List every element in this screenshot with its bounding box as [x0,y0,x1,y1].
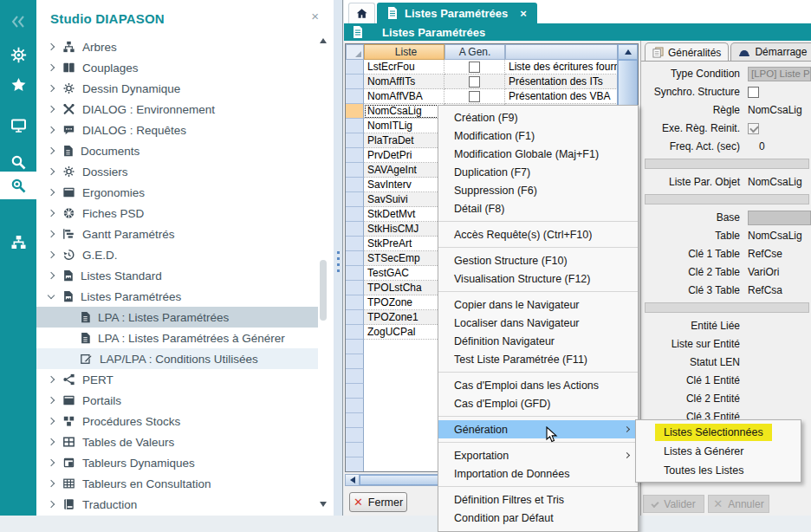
rail-collapse-button[interactable] [0,9,36,35]
table-row-nomaffvba[interactable]: NomAffVBA Présentation des VBA [346,89,617,104]
table-row-nomaffits[interactable]: NomAffITs Présentation des ITs [346,75,617,89]
tree-scrollbar-thumb[interactable] [320,260,327,321]
dropdown-disabled[interactable]: [LPO] Liste Pa [748,67,811,81]
menu-item-g-n-ration[interactable]: Génération [438,420,638,438]
cell-liste[interactable]: NomITLig [364,119,444,133]
tree-item-tableurs-dynamiques[interactable]: Tableurs Dynamiques [36,452,318,473]
menu-item-suppression-f6[interactable]: Suppression (F6) [438,181,638,199]
column-header-agen[interactable]: A Gen. [444,44,505,60]
column-header-designation[interactable]: Désignation [505,44,617,60]
cell-liste[interactable]: SAVAgeInt [364,163,444,178]
rail-org-button[interactable] [0,230,36,256]
row-selector[interactable] [346,60,364,75]
row-selector[interactable] [346,148,364,163]
tree-item-lap-lpa-conditions-utilis-es[interactable]: LAP/LPA : Conditions Utilisées [36,348,318,369]
menu-item-copier-dans-le-navigateur[interactable]: Copier dans le Navigateur [438,295,638,314]
scroll-up-button[interactable] [618,44,638,60]
tree-scrollbar[interactable] [318,35,328,507]
chevron-right-icon[interactable] [48,438,55,445]
chevron-right-icon[interactable] [48,189,55,196]
chevron-right-icon[interactable] [48,480,55,487]
row-selector[interactable] [346,207,364,222]
cell-liste[interactable]: TestGAC [364,266,444,281]
tree-item-ergonomies[interactable]: Ergonomies [36,182,318,203]
cell-designation[interactable]: Présentation des VBA [505,89,617,104]
cell-liste[interactable]: PrvDetPri [364,148,444,163]
chevron-right-icon[interactable] [48,64,55,71]
tab-home[interactable] [348,3,375,23]
cell-liste[interactable]: NomCsaLig [364,104,444,119]
row-selector[interactable] [346,178,364,192]
row-selector[interactable] [346,237,364,251]
chevron-right-icon[interactable] [48,168,55,175]
tree-item-listes-param-tr-es[interactable]: Listes Paramétrées [36,286,318,307]
cell-designation[interactable]: Présentation des ITs [505,75,617,89]
checkbox[interactable] [469,62,480,73]
submenu-item-listes-s-lectionn-es[interactable]: Listes Sélectionnées [636,423,801,442]
cell-liste[interactable]: LstEcrFou [364,60,444,75]
menu-item-exportation[interactable]: Exportation [438,446,638,464]
chevron-right-icon[interactable] [48,459,55,466]
rail-star-button[interactable] [0,72,36,98]
chevron-right-icon[interactable] [48,272,55,279]
row-selector[interactable] [346,266,364,281]
rail-search-pin-button[interactable] [0,172,36,199]
chevron-right-icon[interactable] [48,501,55,508]
cell-liste[interactable]: STSecEmp [364,251,444,266]
menu-item-cas-d-emploi-dans-les-actions[interactable]: Cas d'Emploi dans les Actions [438,376,638,394]
cell-liste[interactable]: StkPreArt [364,237,444,251]
row-selector[interactable] [346,281,364,295]
row-selector[interactable] [346,89,364,104]
row-selector[interactable] [346,104,364,119]
tree-item-fiches-psd[interactable]: Fiches PSD [36,203,318,224]
checkbox[interactable] [748,87,759,98]
cell-liste[interactable]: SavInterv [364,178,444,192]
chevron-right-icon[interactable] [48,251,55,258]
tree-item-traduction[interactable]: Traduction [36,494,318,515]
cell-liste[interactable]: TPOZone1 [364,310,444,325]
checkbox[interactable] [469,76,480,88]
cell-agen[interactable] [444,89,505,104]
valider-button[interactable]: Valider [643,495,704,513]
submenu-item-listes-g-n-rer[interactable]: Listes à Générer [636,442,801,461]
table-row-lstecrfou[interactable]: LstEcrFou Liste des écritures fourniss [346,60,617,75]
menu-item-cas-d-emploi-gfd[interactable]: Cas d'Emploi (GFD) [438,394,638,412]
chevron-down-icon[interactable] [48,291,55,298]
close-icon[interactable]: × [311,10,319,23]
scroll-left-button[interactable] [346,475,360,485]
row-selector[interactable] [346,133,364,148]
column-header-liste[interactable]: Liste [364,44,444,60]
row-selector[interactable] [346,75,364,89]
menu-item-modification-globale-maj-f1[interactable]: Modification Globale (Maj+F1) [438,145,638,163]
cell-liste[interactable]: ZogUCPal [364,325,444,340]
chevron-right-icon[interactable] [48,376,55,383]
tree-item-pert[interactable]: PERT [36,369,318,390]
row-selector[interactable] [346,251,364,266]
chevron-right-icon[interactable] [48,85,55,92]
menu-item-cr-ation-f9[interactable]: Création (F9) [438,108,638,127]
tree-item-dialog-requ-tes[interactable]: DIALOG : Requêtes [36,120,318,140]
tree-item-tableurs-en-consultation[interactable]: Tableurs en Consultation [36,473,318,494]
tree-item-lpa-listes-param-tr-es[interactable]: LPA : Listes Paramétrées [36,307,318,328]
menu-item-d-tail-f8[interactable]: Détail (F8) [438,199,638,217]
row-selector[interactable] [346,119,364,133]
dropdown-disabled[interactable] [748,211,811,225]
menu-item-gestion-structure-f10[interactable]: Gestion Structure (F10) [438,251,638,269]
menu-item-localiser-dans-navigateur[interactable]: Localiser dans Navigateur [438,314,638,332]
tree-item-gantt-param-tr-s[interactable]: Gantt Paramétrés [36,224,318,244]
chevron-right-icon[interactable] [48,230,55,237]
menu-item-d-finition-navigateur[interactable]: Définition Navigateur [438,332,638,350]
tab-close-icon[interactable]: × [520,7,527,20]
menu-item-visualisation-structure-f12[interactable]: Visualisation Structure (F12) [438,269,638,288]
menu-item-duplication-f7[interactable]: Duplication (F7) [438,163,638,181]
cell-liste[interactable]: TPOLstCha [364,281,444,295]
row-selector[interactable] [346,163,364,178]
tree-item-g-e-d[interactable]: G.E.D. [36,244,318,265]
menu-item-acc-s-requ-te-s-ctrl-f10[interactable]: Accès Requête(s) (Ctrl+F10) [438,225,638,243]
cell-liste[interactable]: PlaTraDet [364,133,444,148]
tree-item-listes-standard[interactable]: Listes Standard [36,265,318,286]
cell-liste[interactable]: NomAffITs [364,75,444,89]
panel-tab-d-marrage[interactable]: Démarrage [730,42,811,61]
tree-item-proc-dures-stocks[interactable]: Procédures Stocks [36,411,318,431]
tree-item-portails[interactable]: Portails [36,390,318,411]
